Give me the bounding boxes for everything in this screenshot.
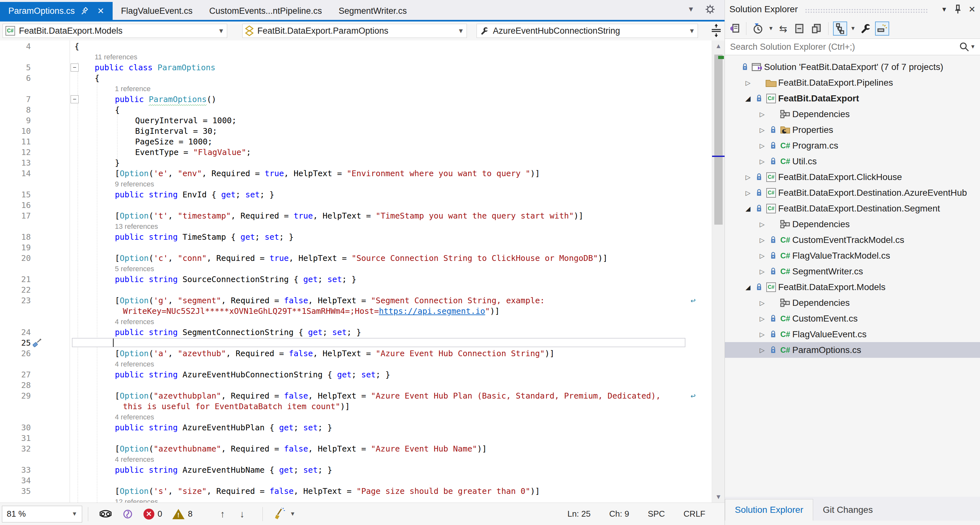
tree-item-properties[interactable]: ▷Properties	[725, 122, 980, 138]
close-icon[interactable]: ✕	[969, 5, 975, 14]
codelens-row[interactable]: 4 references	[0, 412, 712, 422]
eol-mode[interactable]: CRLF	[684, 509, 705, 519]
tree-item-featbit-dataexport[interactable]: ◢C#FeatBit.DataExport	[725, 91, 980, 106]
code-line-14[interactable]: 14[Option('e', "env", Required = true, H…	[0, 168, 712, 179]
codelens-row[interactable]: 12 references	[0, 496, 712, 503]
document-tab-flagvalueevent-cs[interactable]: FlagValueEvent.cs	[113, 2, 201, 20]
code-line-4[interactable]: 4{	[0, 41, 712, 52]
type-dropdown[interactable]: FeatBit.DataExport.ParamOptions ▼	[242, 24, 467, 38]
codelens-row[interactable]: 4 references	[0, 359, 712, 369]
copy-docs-icon[interactable]	[810, 22, 824, 36]
member-dropdown[interactable]: AzureEventHubConnectionString ▼	[477, 24, 698, 38]
sync-icon[interactable]: ⇆	[776, 22, 791, 36]
code-line-18[interactable]: 18public string TimeStamp { get; set; }	[0, 232, 712, 242]
expander-icon[interactable]: ▷	[742, 189, 754, 197]
code-line-9[interactable]: 9QueryInterval = 1000;	[0, 115, 712, 126]
expander-icon[interactable]: ▷	[756, 315, 768, 323]
tree-item-featbit-dataexport-pipelines[interactable]: ▷FeatBit.DataExport.Pipelines	[725, 75, 980, 91]
code-line-25[interactable]: 25	[0, 337, 712, 348]
codelens-text[interactable]: 5 references	[115, 264, 154, 274]
drag-texture[interactable]	[805, 8, 929, 13]
preview-selected-icon[interactable]	[875, 22, 889, 36]
line-indicator[interactable]: Ln: 25	[567, 509, 590, 519]
code-line-33[interactable]: 33public string AzureEventHubName { get;…	[0, 465, 712, 475]
filter-icon[interactable]	[751, 22, 765, 36]
tree-item-featbit-dataexport-destination-segment[interactable]: ◢C#FeatBit.DataExport.Destination.Segmen…	[725, 200, 980, 216]
tree-item-dependencies[interactable]: ▷Dependencies	[725, 216, 980, 232]
chevron-down-icon[interactable]: ▼	[768, 25, 774, 32]
code-line-13[interactable]: 13}	[0, 158, 712, 168]
pin-icon[interactable]	[81, 7, 89, 15]
switch-views-icon[interactable]	[727, 22, 741, 36]
code-line-10[interactable]: 10BigInterval = 30;	[0, 126, 712, 136]
expander-icon[interactable]: ▷	[756, 220, 768, 228]
codelens-text[interactable]: 11 references	[95, 52, 137, 62]
code-line-15[interactable]: 15public string EnvId { get; set; }	[0, 189, 712, 200]
codelens-row[interactable]: 1 reference	[0, 83, 712, 94]
scrollbar-thumb[interactable]	[714, 54, 723, 224]
codelens-row[interactable]: 4 references	[0, 454, 712, 465]
codelens-text[interactable]: 4 references	[115, 359, 154, 369]
codelens-text[interactable]: 9 references	[115, 179, 154, 189]
tree-item-featbit-dataexport-clickhouse[interactable]: ▷C#FeatBit.DataExport.ClickHouse	[725, 169, 980, 185]
tree-item-featbit-dataexport-models[interactable]: ◢C#FeatBit.DataExport.Models	[725, 279, 980, 295]
codelens-text[interactable]: 4 references	[115, 412, 154, 422]
code-line-5[interactable]: 5−public class ParamOptions	[0, 62, 712, 73]
tree-item-dependencies[interactable]: ▷Dependencies	[725, 106, 980, 122]
warning-count[interactable]: ! 8	[172, 509, 192, 519]
code-line-23[interactable]: 23[Option('g', "segment", Required = fal…	[0, 295, 712, 306]
expander-icon[interactable]: ▷	[756, 267, 768, 275]
code-line-7[interactable]: 7−public ParamOptions()	[0, 94, 712, 105]
panel-tab-solution-explorer[interactable]: Solution Explorer	[725, 499, 813, 520]
panel-tab-git-changes[interactable]: Git Changes	[813, 500, 883, 520]
expander-icon[interactable]: ▷	[756, 110, 768, 118]
code-line-30[interactable]: 30public string AzureEventHubPlan { get;…	[0, 422, 712, 433]
document-tab-segmentwriter-cs[interactable]: SegmentWriter.cs	[330, 2, 415, 20]
search-input[interactable]	[729, 42, 959, 52]
expander-icon[interactable]: ▷	[756, 331, 768, 338]
next-issue-icon[interactable]: ↓	[240, 509, 245, 520]
code-editor[interactable]: 4{11 references5−public class ParamOptio…	[0, 40, 712, 503]
column-indicator[interactable]: Ch: 9	[609, 509, 629, 519]
previous-issue-icon[interactable]: ↑	[220, 509, 225, 520]
code-line-17[interactable]: 17[Option('t', "timestamp", Required = t…	[0, 210, 712, 221]
zoom-select[interactable]: 81 % ▼	[2, 506, 82, 522]
document-tab-customevents-ntpipeline-cs[interactable]: CustomEvents...ntPipeline.cs	[201, 2, 330, 20]
expander-icon[interactable]: ◢	[742, 205, 754, 212]
chevron-down-icon[interactable]: ▼	[850, 25, 856, 32]
codelens-row[interactable]: 11 references	[0, 52, 712, 62]
expander-icon[interactable]: ▷	[742, 79, 754, 87]
properties-wrench-icon[interactable]	[858, 22, 872, 36]
tree-item-program-cs[interactable]: ▷C#Program.cs	[725, 138, 980, 153]
code-line-24[interactable]: 24public string SegmentConnectionString …	[0, 327, 712, 337]
codelens-row[interactable]: 4 references	[0, 317, 712, 327]
expander-icon[interactable]: ▷	[756, 299, 768, 307]
pin-icon[interactable]	[955, 5, 961, 14]
code-line-34[interactable]: 34	[0, 475, 712, 486]
expander-icon[interactable]: ◢	[742, 283, 754, 291]
code-line-12[interactable]: 12EventType = "FlagValue";	[0, 147, 712, 158]
code-wrap-line[interactable]: this is useful for EventDataBatch item c…	[0, 401, 712, 412]
expander-icon[interactable]: ▷	[756, 158, 768, 165]
code-line-8[interactable]: 8{	[0, 105, 712, 115]
gear-icon[interactable]	[705, 5, 715, 14]
intellicode-icon[interactable]	[122, 509, 133, 520]
tree-item-flagvaluetrackmodel-cs[interactable]: ▷C#FlagValueTrackModel.cs	[725, 248, 980, 264]
code-line-6[interactable]: 6{	[0, 73, 712, 83]
code-wrap-line[interactable]: WriteKey=NUc5S2Jl*****xOVN1eGhLQ29T**1Sa…	[0, 306, 712, 317]
window-list-icon[interactable]: ▼	[687, 5, 694, 13]
tree-item-featbit-dataexport-destination-azureeventhub[interactable]: ▷C#FeatBit.DataExport.Destination.AzureE…	[725, 185, 980, 200]
scroll-down-icon[interactable]: ▼	[712, 493, 725, 501]
tree-item-customeventtrackmodel-cs[interactable]: ▷C#CustomEventTrackModel.cs	[725, 232, 980, 248]
code-line-20[interactable]: 20[Option('c', "conn", Required = true, …	[0, 253, 712, 264]
codelens-row[interactable]: 5 references	[0, 264, 712, 274]
codelens-text[interactable]: 4 references	[115, 317, 154, 327]
outlining-collapse-icon[interactable]: −	[71, 95, 79, 103]
indent-mode[interactable]: SPC	[648, 509, 665, 519]
tree-item-dependencies[interactable]: ▷Dependencies	[725, 295, 980, 311]
codelens-text[interactable]: 4 references	[115, 454, 154, 465]
expander-icon[interactable]: ▷	[756, 236, 768, 244]
codelens-text[interactable]: 1 reference	[115, 83, 151, 94]
project-dropdown[interactable]: C# FeatBit.DataExport.Models ▼	[3, 24, 227, 38]
codelens-text[interactable]: 13 references	[115, 221, 158, 232]
